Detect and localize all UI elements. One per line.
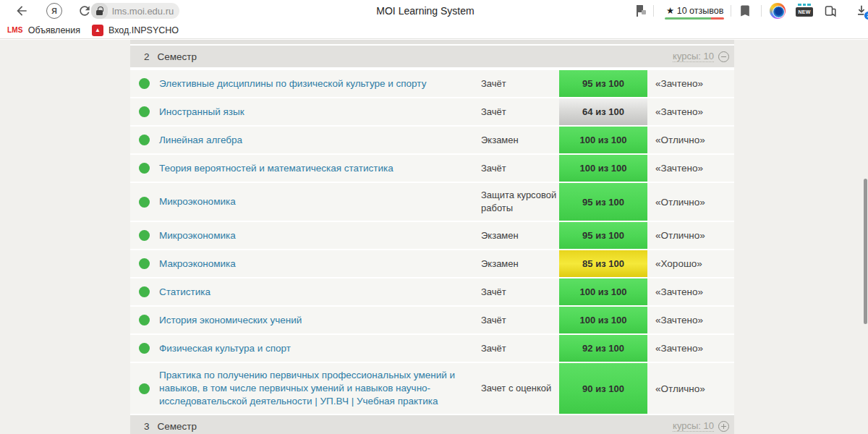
status-cell [130, 78, 159, 89]
grade-label: «Зачтено» [647, 106, 734, 117]
download-icon[interactable]: 2 [855, 4, 868, 18]
exam-type: Экзамен [481, 128, 559, 153]
course-link[interactable]: Практика по получению первичных професси… [159, 363, 481, 414]
status-dot-icon [139, 197, 150, 208]
course-row: Линейная алгебра Экзамен 100 из 100 «Отл… [130, 127, 734, 153]
course-row: Микроэкономика Защита курсовой работы 95… [130, 183, 734, 221]
status-cell [130, 135, 159, 145]
course-row: Макроэкономика Экзамен 85 из 100 «Хорошо… [130, 250, 734, 277]
grade-label: «Хорошо» [647, 258, 734, 269]
score-badge: 95 из 100 [559, 183, 647, 221]
bookmark-item-inpsycho[interactable]: ▲ Вход.INPSYCHO [80, 25, 179, 36]
course-row: Теория вероятностей и математическая ста… [130, 155, 734, 182]
exam-type: Экзамен [481, 252, 559, 276]
status-dot-icon [139, 135, 150, 145]
status-cell [130, 106, 159, 117]
course-link[interactable]: Статистика [159, 280, 481, 305]
bookmark-icon[interactable] [738, 4, 752, 18]
status-cell [130, 286, 159, 297]
browser-extension-icon[interactable] [770, 3, 786, 19]
status-dot-icon [139, 258, 150, 269]
score-badge: 92 из 100 [559, 335, 647, 362]
status-dot-icon [139, 163, 150, 174]
status-dot-icon [139, 286, 150, 297]
reviews-bar [665, 17, 724, 20]
grade-label: «Зачтено» [647, 315, 734, 326]
new-icon-dashes [798, 4, 811, 6]
course-link[interactable]: Макроэкономика [159, 252, 481, 276]
reviews-bar-green [665, 17, 711, 20]
course-link[interactable]: Элективные дисциплины по физической куль… [159, 72, 481, 96]
semester-2-header: 2 Семестр курсы: 10 [130, 46, 734, 67]
semester-number: 3 [144, 421, 150, 432]
score-badge: 100 из 100 [559, 127, 647, 153]
status-dot-icon [139, 315, 150, 326]
course-row: Физическая культура и спорт Зачёт 92 из … [130, 335, 734, 362]
exam-type: Зачёт [481, 336, 559, 361]
course-row: Элективные дисциплины по физической куль… [130, 70, 734, 97]
new-feature-icon[interactable]: NEW [796, 4, 813, 18]
grade-label: «Зачтено» [647, 286, 734, 297]
exam-type: Зачет с оценкой [481, 376, 559, 401]
course-row: Статистика Зачёт 100 из 100 «Зачтено» [130, 278, 734, 305]
toolbar-separator [653, 5, 654, 17]
exam-type: Зачёт [481, 308, 559, 333]
course-row: История экономических учений Зачёт 100 и… [130, 307, 734, 333]
grades-table: 2 Семестр курсы: 10 Элективные дисциплин… [130, 40, 734, 434]
reviews-rating[interactable]: ★ 10 отзывов [666, 5, 723, 16]
course-row: Практика по получению первичных професси… [130, 363, 734, 414]
page-content: 2 Семестр курсы: 10 Элективные дисциплин… [0, 40, 868, 434]
status-cell [130, 343, 159, 354]
course-link[interactable]: Физическая культура и спорт [159, 336, 481, 361]
course-link[interactable]: Микроэкономика [159, 224, 481, 248]
status-cell [130, 383, 159, 394]
toolbar-separator [761, 5, 762, 17]
semester-number: 2 [144, 51, 150, 62]
exam-type: Экзамен [481, 224, 559, 248]
courses-count-link[interactable]: курсы: 10 [673, 51, 714, 62]
course-link[interactable]: Линейная алгебра [159, 128, 481, 153]
bookmark-label: Объявления [28, 25, 80, 35]
status-cell [130, 258, 159, 269]
exam-type: Зачёт [481, 156, 559, 181]
grade-label: «Отлично» [647, 230, 734, 241]
course-row: Иностранный язык Зачёт 64 из 100 «Зачтен… [130, 98, 734, 125]
download-count-badge: 2 [864, 11, 868, 20]
courses-count-link[interactable]: курсы: 10 [673, 420, 714, 432]
status-cell [130, 163, 159, 174]
reviews-bar-red [711, 17, 724, 20]
grade-label: «Зачтено» [647, 343, 734, 354]
collections-icon[interactable] [823, 4, 838, 18]
exam-type: Защита курсовой работы [481, 183, 559, 221]
status-dot-icon [139, 230, 150, 241]
score-badge: 64 из 100 [559, 98, 647, 125]
toolbar-separator [731, 5, 731, 17]
previous-section-edge [130, 40, 734, 44]
semester-label: Семестр [158, 421, 197, 432]
exam-type: Зачёт [481, 72, 559, 96]
browser-toolbar: Я lms.moi.edu.ru MOI Learning System ★ 1… [0, 0, 868, 22]
status-cell [130, 197, 159, 208]
status-dot-icon [139, 106, 150, 117]
scrollbar-thumb[interactable] [864, 179, 867, 324]
status-dot-icon [139, 383, 150, 394]
grades-rows: Элективные дисциплины по физической куль… [130, 70, 734, 414]
exam-type: Зачёт [481, 100, 559, 124]
course-link[interactable]: Теория вероятностей и математическая ста… [159, 156, 481, 181]
collapse-icon[interactable] [718, 51, 729, 62]
score-badge: 100 из 100 [559, 278, 647, 305]
score-badge: 85 из 100 [559, 250, 647, 277]
grade-label: «Отлично» [647, 197, 734, 208]
bookmark-item-announcements[interactable]: LMS Объявления [0, 25, 80, 35]
course-link[interactable]: Микроэкономика [159, 190, 481, 214]
lms-favicon: LMS [7, 26, 23, 34]
extension-flag-icon[interactable] [634, 4, 648, 18]
score-badge: 95 из 100 [559, 222, 647, 249]
course-link[interactable]: История экономических учений [159, 308, 481, 333]
expand-icon[interactable] [718, 421, 729, 432]
course-link[interactable]: Иностранный язык [159, 100, 481, 124]
grade-label: «Зачтено» [647, 78, 734, 89]
course-row: Микроэкономика Экзамен 95 из 100 «Отличн… [130, 222, 734, 249]
status-cell [130, 315, 159, 326]
semester-label: Семестр [158, 51, 197, 62]
